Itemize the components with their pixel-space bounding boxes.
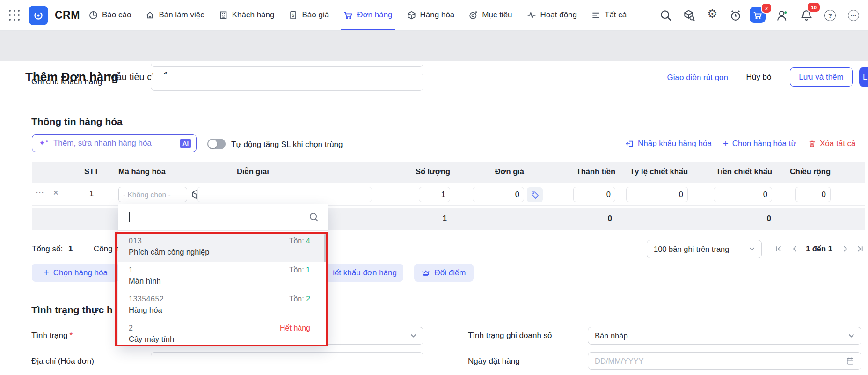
billing-address-textarea[interactable] (151, 352, 423, 375)
app-grid-icon[interactable] (9, 10, 21, 21)
dropdown-item[interactable]: 013 Phích cắm công nghiệp Tồn: 4 (118, 233, 328, 262)
search-icon[interactable] (660, 9, 672, 22)
gear-icon[interactable]: ⚙ (707, 8, 717, 20)
stock-value: 4 (306, 237, 310, 245)
chevron-down-icon (749, 247, 755, 251)
product-table-header: STT Mã hàng hóa Diễn giải Số lượng Đơn g… (32, 162, 865, 183)
dropdown-item[interactable]: 1 Màn hình Tồn: 1 (118, 262, 328, 291)
status-label: Tình trạng* (31, 331, 73, 340)
stock-value: 1 (306, 266, 310, 274)
nav-item-hoat-dong[interactable]: Hoạt động (527, 0, 577, 30)
description-input[interactable] (197, 187, 372, 202)
product-section-title: Thông tin hàng hóa (31, 116, 123, 127)
dropdown-scrollbar[interactable] (324, 234, 327, 262)
product-table-row: ⋯ ✕ 1 - Không chọn - 1 0 0 0 0 0 (32, 183, 865, 206)
cube-search-icon[interactable] (683, 9, 695, 22)
status-section-title: Tình trạng thực h (31, 304, 113, 316)
prev-page-icon[interactable] (791, 245, 799, 253)
brand-title: CRM (55, 9, 80, 22)
last-page-icon[interactable] (856, 245, 864, 253)
out-of-stock-badge: Hết hàng (280, 324, 310, 332)
first-page-icon[interactable] (774, 245, 782, 253)
crown-icon (422, 269, 430, 277)
row-remove-icon[interactable]: ✕ (53, 189, 59, 197)
plus-icon: + (44, 267, 49, 278)
home-icon (146, 11, 154, 20)
menu-icon (591, 11, 600, 20)
building-icon (219, 11, 228, 20)
summary-discount-amount: 0 (721, 214, 771, 223)
col-stt: STT (76, 167, 107, 176)
compact-view-link[interactable]: Giao diện rút gọn (664, 73, 728, 82)
total-input[interactable]: 0 (573, 187, 615, 202)
col-ma-hang-hoa: Mã hàng hóa (118, 167, 166, 176)
pie-chart-icon (89, 11, 98, 20)
col-tien-chiet-khau: Tiền chiết khấu (711, 167, 772, 176)
next-page-icon[interactable] (841, 245, 849, 253)
stock-value: 2 (306, 295, 310, 303)
nav-item-hang-hoa[interactable]: Hàng hóa (407, 0, 455, 30)
width-input[interactable]: 0 (795, 187, 831, 202)
discount-amount-input[interactable]: 0 (714, 187, 772, 202)
nav-item-muc-tieu[interactable]: Mục tiêu (469, 0, 512, 30)
dropdown-item[interactable]: 2 Cây máy tính Hết hàng (118, 320, 328, 346)
save-button-partial[interactable]: L (859, 67, 868, 87)
quick-add-placeholder: Thêm, sửa nhanh hàng hóa (53, 139, 175, 148)
more-icon[interactable]: ⋯ (848, 10, 859, 21)
topbar: CRM Báo cáo Bàn làm việc Khách hàng $ Bá… (0, 0, 868, 31)
alarm-icon[interactable] (729, 9, 742, 22)
price-tag-icon[interactable] (527, 187, 543, 202)
notification-badge: 10 (807, 2, 821, 13)
order-date-label: Ngày đặt hàng (468, 357, 520, 366)
nav-item-ban-lam-viec[interactable]: Bàn làm việc (146, 0, 204, 30)
unit-price-input[interactable]: 0 (473, 187, 524, 202)
nav-item-tat-ca[interactable]: Tất cả (591, 0, 627, 30)
main-nav: Báo cáo Bàn làm việc Khách hàng $ Báo gi… (89, 0, 627, 30)
quick-add-input[interactable]: ✦✦ Thêm, sửa nhanh hàng hóa AI (32, 134, 197, 152)
col-thanh-tien: Thành tiền (551, 167, 615, 176)
nav-item-don-hang[interactable]: Đơn hàng (343, 0, 392, 30)
billing-address-label: Địa chỉ (Hóa đơn) (31, 357, 94, 366)
delete-all-link[interactable]: Xóa tất cả (808, 139, 856, 148)
chevron-down-icon (410, 334, 416, 338)
redeem-points-button[interactable]: Đổi điểm (414, 264, 474, 282)
dropdown-item[interactable]: 13354652 Hàng hóa Tồn: 2 (118, 291, 328, 320)
search-icon (309, 212, 319, 222)
user-add-icon[interactable] (776, 9, 789, 22)
order-date-input[interactable]: DD/MM/YYYY (588, 352, 861, 370)
cancel-button[interactable]: Hủy bỏ (736, 67, 782, 87)
trash-icon (808, 140, 816, 148)
customer-note-input[interactable] (151, 74, 423, 91)
choose-product-button[interactable]: + Chọn hàng hóa (32, 264, 119, 282)
import-products-link[interactable]: Nhập khẩu hàng hóa (626, 139, 712, 148)
required-mark: * (70, 331, 73, 340)
quantity-input[interactable]: 1 (419, 187, 450, 202)
calendar-icon (846, 357, 854, 365)
col-ty-le-chiet-khau: Tỷ lệ chiết khấu (618, 167, 688, 176)
order-date-placeholder: DD/MM/YYYY (595, 357, 644, 366)
auto-increase-toggle[interactable] (207, 139, 226, 149)
crm-logo-icon[interactable] (29, 6, 48, 25)
row-more-icon[interactable]: ⋯ (36, 187, 44, 198)
nav-item-bao-cao[interactable]: Báo cáo (89, 0, 131, 30)
discount-rate-input[interactable]: 0 (626, 187, 688, 202)
choose-products-from-link[interactable]: + Chọn hàng hóa từ (723, 139, 796, 148)
ai-badge: AI (180, 139, 191, 148)
nav-item-khach-hang[interactable]: Khách hàng (219, 0, 275, 30)
revenue-status-select[interactable]: Bản nháp (588, 327, 861, 345)
crm-app-screen: CRM Báo cáo Bàn làm việc Khách hàng $ Bá… (0, 0, 868, 375)
help-icon[interactable]: ? (824, 10, 836, 21)
sparkles-icon: ✦✦ (39, 140, 49, 147)
cart-icon (343, 11, 353, 20)
partial-input-above[interactable] (151, 61, 423, 67)
product-select[interactable]: - Không chọn - (118, 187, 187, 202)
total-count-label: Tổng số: (32, 244, 63, 254)
customer-note-label: Ghi chú khách hàng (31, 77, 102, 87)
nav-item-bao-gia[interactable]: $ Báo giá (289, 0, 329, 30)
chevron-down-icon (848, 334, 854, 338)
dropdown-search-input[interactable] (118, 204, 328, 231)
page-size-select[interactable]: 100 bản ghi trên trang (647, 240, 762, 258)
save-and-add-button[interactable]: Lưu và thêm (790, 67, 853, 87)
col-so-luong: Số lượng (395, 167, 450, 176)
page-range: 1 đến 1 (806, 244, 832, 253)
